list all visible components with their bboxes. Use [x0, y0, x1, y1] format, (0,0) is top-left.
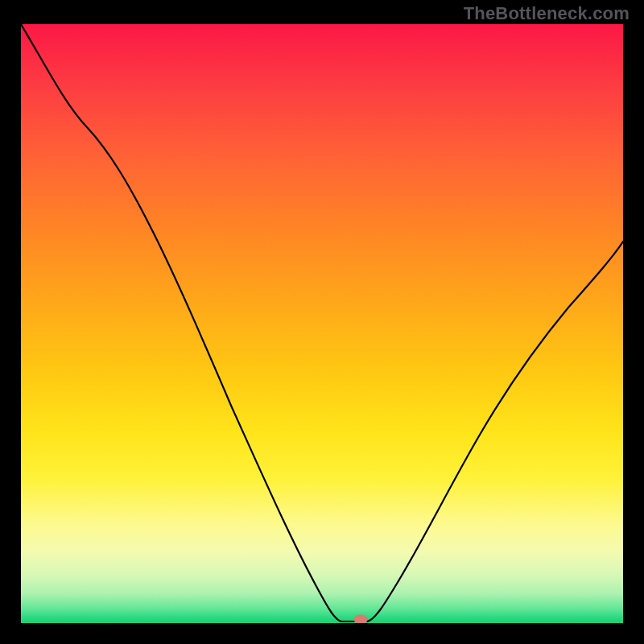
- watermark-text: TheBottleneck.com: [464, 3, 630, 24]
- minimum-marker: [354, 615, 367, 623]
- bottleneck-curve: [21, 24, 623, 621]
- chart-svg: [21, 24, 623, 623]
- chart-frame: TheBottleneck.com: [0, 0, 644, 644]
- plot-area: [21, 24, 623, 623]
